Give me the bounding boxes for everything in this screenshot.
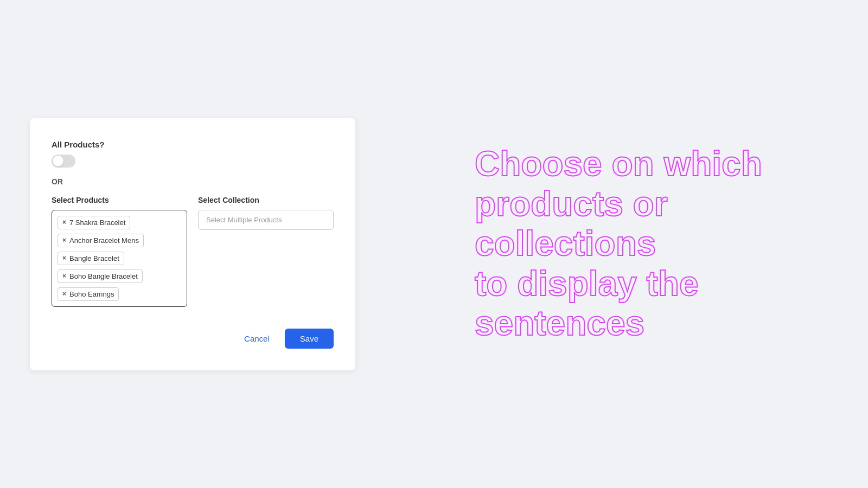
select-products-group: Select Products × 7 Shakra Bracelet × An… (52, 196, 187, 307)
tag-7-shakra-bracelet: × 7 Shakra Bracelet (58, 216, 130, 229)
left-panel: All Products? OR Select Products × 7 S (0, 0, 385, 488)
hero-line4: sentences (475, 304, 644, 343)
all-products-label: All Products? (52, 140, 334, 149)
main-container: All Products? OR Select Products × 7 S (0, 0, 868, 488)
tag-boho-earrings-remove[interactable]: × (62, 291, 66, 297)
hero-line3: to display the (475, 264, 699, 303)
tag-anchor-bracelet: × Anchor Bracelet Mens (58, 234, 144, 247)
select-products-title: Select Products (52, 196, 187, 204)
dialog-card: All Products? OR Select Products × 7 S (30, 118, 355, 370)
all-products-toggle[interactable] (52, 155, 75, 168)
tag-bangle-bracelet-remove[interactable]: × (62, 255, 66, 261)
tag-boho-earrings-label: Boho Earrings (69, 290, 114, 298)
tag-bangle-bracelet: × Bangle Bracelet (58, 252, 124, 265)
tag-boho-bangle-bracelet: × Boho Bangle Bracelet (58, 269, 143, 283)
hero-line1: Choose on which (475, 144, 762, 183)
tag-boho-earrings: × Boho Earrings (58, 287, 119, 301)
toggle-container (52, 155, 334, 168)
tag-bangle-bracelet-label: Bangle Bracelet (69, 254, 119, 262)
cancel-button[interactable]: Cancel (235, 330, 278, 348)
tag-anchor-bracelet-label: Anchor Bracelet Mens (69, 236, 139, 245)
or-label: OR (52, 177, 334, 186)
hero-text: Choose on which products or collections … (475, 144, 778, 344)
tag-anchor-bracelet-remove[interactable]: × (62, 237, 66, 243)
selectors-row: Select Products × 7 Shakra Bracelet × An… (52, 196, 334, 307)
tag-7-shakra-label: 7 Shakra Bracelet (69, 219, 125, 227)
products-tags-box: × 7 Shakra Bracelet × Anchor Bracelet Me… (52, 210, 187, 307)
right-panel: Choose on which products or collections … (385, 0, 868, 488)
tag-boho-bangle-bracelet-label: Boho Bangle Bracelet (69, 272, 138, 280)
collection-input[interactable] (198, 210, 334, 230)
tag-7-shakra-remove[interactable]: × (62, 219, 66, 226)
hero-line2: products or collections (475, 184, 668, 264)
select-collection-group: Select Collection (198, 196, 334, 307)
select-collection-title: Select Collection (198, 196, 334, 204)
dialog-footer: Cancel Save (52, 329, 334, 349)
save-button[interactable]: Save (285, 329, 334, 349)
tag-boho-bangle-bracelet-remove[interactable]: × (62, 273, 66, 279)
toggle-knob (53, 156, 63, 166)
